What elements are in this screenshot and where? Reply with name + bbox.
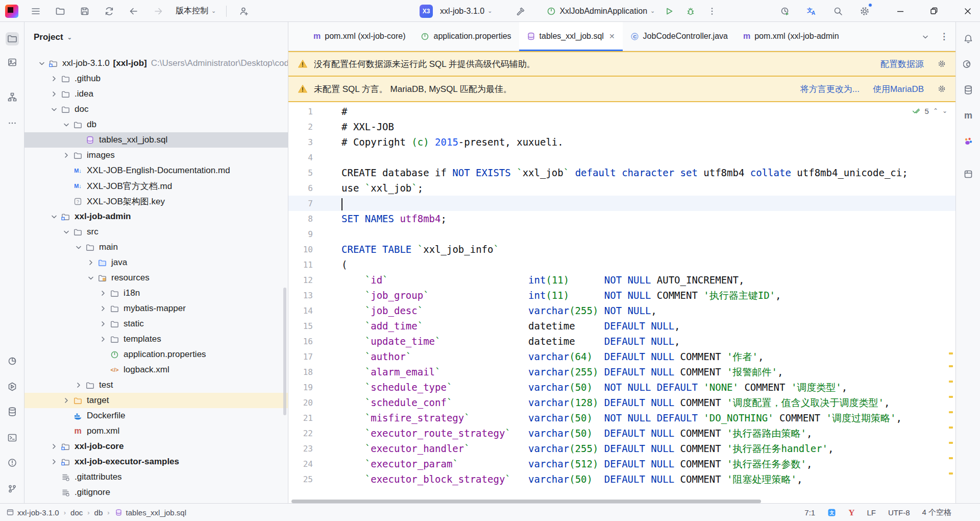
caret-position[interactable]: 7:1: [804, 508, 815, 517]
use-mariadb-link[interactable]: 使用MariaDB: [873, 83, 924, 95]
translate-icon[interactable]: 文A: [804, 4, 819, 18]
chevron-right-icon[interactable]: [62, 396, 70, 405]
tab-tables-xxl-job-sql[interactable]: tables_xxl_job.sql✕: [519, 22, 623, 51]
code-line-25[interactable]: 25 `executor_block_strategy` varchar(50)…: [288, 471, 955, 487]
tree-item-i18n[interactable]: i18n: [24, 286, 288, 301]
chevron-down-icon[interactable]: [37, 59, 46, 67]
chevron-down-icon[interactable]: [62, 228, 70, 236]
chevron-right-icon[interactable]: [86, 258, 95, 267]
code-line-3[interactable]: 3# Copyright (c) 2015-present, xuxueli.: [288, 134, 955, 150]
code-line-11[interactable]: 11(: [288, 257, 955, 272]
chevron-right-icon[interactable]: [50, 442, 58, 451]
tree-item-xxl-job-admin[interactable]: xxl-job-admin: [24, 209, 288, 224]
code-line-10[interactable]: 10CREATE TABLE `xxl_job_info`: [288, 242, 955, 257]
chevron-right-icon[interactable]: [50, 75, 58, 83]
code-line-9[interactable]: 9: [288, 226, 955, 242]
tree-item-db[interactable]: db: [24, 117, 288, 132]
horizontal-scrollbar[interactable]: [291, 500, 761, 503]
code-line-8[interactable]: 8SET NAMES utf8mb4;: [288, 211, 955, 226]
code-line-18[interactable]: 18 `alarm_email` varchar(255) DEFAULT NU…: [288, 364, 955, 380]
save-icon[interactable]: [78, 4, 92, 18]
tree-item--gitignore[interactable]: .gitignore: [24, 485, 288, 500]
code-line-2[interactable]: 2# XXL-JOB: [288, 119, 955, 134]
chevron-right-icon[interactable]: [62, 151, 70, 159]
tab-application-properties[interactable]: application.properties: [413, 22, 519, 51]
warning-stripe-mark[interactable]: [949, 352, 953, 354]
debug-button[interactable]: [683, 4, 698, 18]
tree-item-xxl-job-english-documentation-md[interactable]: M↓XXL-JOB-English-Documentation.md: [24, 163, 288, 178]
dependencies-icon[interactable]: [962, 168, 975, 181]
chevron-down-icon[interactable]: [50, 105, 58, 113]
tree-item-tables-xxl-job-sql[interactable]: tables_xxl_job.sql: [24, 132, 288, 148]
banner-gear-icon[interactable]: [937, 84, 946, 93]
chevron-right-icon[interactable]: [99, 320, 107, 328]
problems-icon[interactable]: [6, 456, 19, 469]
code-editor[interactable]: 5 ⌃ ⌄ 1#2# XXL-JOB3# Copyright (c) 2015-…: [288, 102, 955, 503]
chevron-right-icon[interactable]: [99, 289, 107, 297]
tree-item-main[interactable]: main: [24, 240, 288, 255]
structure-icon[interactable]: [6, 90, 19, 104]
services-icon[interactable]: [6, 380, 19, 393]
version-control-icon[interactable]: [6, 482, 19, 495]
breadcrumb-item[interactable]: xxl-job-3.1.0: [6, 508, 59, 517]
profiler-icon[interactable]: [778, 4, 792, 18]
chevron-right-icon[interactable]: [99, 335, 107, 343]
ai-assistant-icon[interactable]: [962, 58, 975, 71]
version-control-menu[interactable]: 版本控制 ⌄: [176, 6, 216, 16]
tree-item-dockerfile[interactable]: Dockerfile: [24, 408, 288, 423]
hidden-tabs-icon[interactable]: [921, 33, 929, 41]
code-line-6[interactable]: 6use `xxl_job`;: [288, 180, 955, 196]
close-icon[interactable]: [961, 4, 975, 18]
code-line-19[interactable]: 19 `schedule_type` varchar(50) NOT NULL …: [288, 380, 955, 395]
warning-stripe-mark[interactable]: [949, 442, 953, 444]
code-line-15[interactable]: 15 `add_time` datetime DEFAULT NULL,: [288, 318, 955, 334]
run-button[interactable]: [662, 4, 676, 18]
warning-stripe-mark[interactable]: [949, 381, 953, 383]
sync-icon[interactable]: [102, 4, 116, 18]
code-line-21[interactable]: 21 `misfire_strategy` varchar(50) NOT NU…: [288, 410, 955, 425]
tree-item-xxl-job-key[interactable]: ?XXL-JOB架构图.key: [24, 194, 288, 209]
project-panel-header[interactable]: Project ⌄: [34, 32, 72, 42]
build-hammer-icon[interactable]: [513, 4, 528, 18]
profiler-tool-icon[interactable]: [6, 354, 19, 368]
search-everywhere-icon[interactable]: [831, 4, 845, 18]
chevron-right-icon[interactable]: [99, 304, 107, 313]
menu-icon[interactable]: [29, 4, 43, 18]
open-folder-icon[interactable]: [53, 4, 67, 18]
tab-jobcodecontroller-java[interactable]: C JobCodeController.java: [623, 22, 736, 51]
tab-pom-xml-xxl-job-admin[interactable]: m pom.xml (xxl-job-admin: [736, 22, 847, 51]
code-line-1[interactable]: 1#: [288, 104, 955, 119]
database-icon[interactable]: [962, 83, 975, 97]
code-line-20[interactable]: 20 `schedule_conf` varchar(128) DEFAULT …: [288, 395, 955, 410]
restore-icon[interactable]: [927, 4, 941, 18]
line-ending[interactable]: LF: [867, 508, 876, 517]
project-badge[interactable]: X3: [420, 5, 433, 18]
add-user-icon[interactable]: [237, 4, 251, 18]
tree-item-images[interactable]: images: [24, 148, 288, 163]
code-line-4[interactable]: 4: [288, 150, 955, 165]
database-tool-icon[interactable]: [6, 405, 19, 418]
tree-item--gitattributes[interactable]: .gitattributes: [24, 469, 288, 485]
plugin-paw-icon[interactable]: [962, 135, 975, 148]
chevron-down-icon[interactable]: [86, 274, 95, 282]
more-actions-icon[interactable]: [705, 4, 719, 18]
tree-item-test[interactable]: test: [24, 377, 288, 393]
chevron-right-icon[interactable]: [50, 90, 58, 98]
tree-item-mybatis-mapper[interactable]: mybatis-mapper: [24, 301, 288, 316]
tree-item-xxl-job-md[interactable]: M↓XXL-JOB官方文档.md: [24, 178, 288, 194]
warning-stripe-mark[interactable]: [949, 365, 953, 367]
warning-stripe-mark[interactable]: [949, 427, 953, 429]
terminal-icon[interactable]: [6, 431, 19, 444]
change-dialect-link[interactable]: 将方言更改为...: [800, 83, 860, 95]
code-line-12[interactable]: 12 `id` int(11) NOT NULL AUTO_INCREMENT,: [288, 272, 955, 288]
code-line-13[interactable]: 13 `job_group` int(11) NOT NULL COMMENT …: [288, 288, 955, 303]
tab-options-icon[interactable]: ⋮: [940, 31, 948, 42]
code-line-16[interactable]: 16 `update_time` datetime DEFAULT NULL,: [288, 334, 955, 349]
code-line-7[interactable]: 7: [288, 196, 955, 211]
tree-item-resources[interactable]: resources: [24, 270, 288, 286]
tree-item-pom-xml[interactable]: mpom.xml: [24, 423, 288, 439]
back-icon[interactable]: [127, 4, 141, 18]
tab-pom-xml-xxl-job-core-[interactable]: m pom.xml (xxl-job-core): [306, 22, 413, 51]
tree-item--idea[interactable]: .idea: [24, 86, 288, 102]
breadcrumb-item[interactable]: tables_xxl_job.sql: [114, 508, 186, 517]
